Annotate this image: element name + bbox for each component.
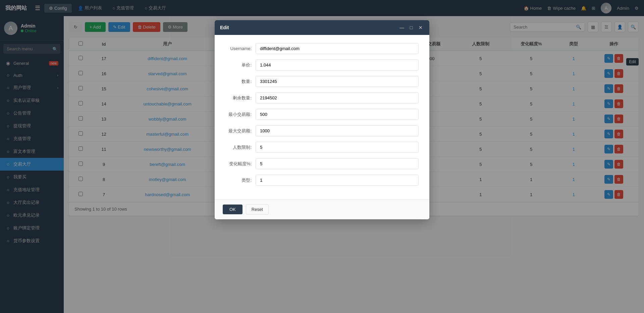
change-rate-field[interactable] — [256, 158, 419, 169]
remaining-field[interactable] — [256, 92, 419, 103]
modal-close-button[interactable]: ✕ — [417, 24, 424, 31]
min-tx-label: 最小交易额: — [225, 111, 256, 118]
layout: A Admin Online 🔍 ◉ General new ○ Auth — [0, 16, 644, 313]
remaining-label: 剩余数量: — [225, 95, 256, 101]
modal-maximize-button[interactable]: □ — [408, 24, 415, 31]
form-group-change-rate: 变化幅度%: — [225, 158, 419, 169]
modal-title: Edit — [220, 25, 229, 30]
type-field[interactable] — [256, 175, 419, 186]
price-label: 单价: — [225, 62, 256, 68]
modal-body: Username: 单价: 数量: 剩余数量: — [215, 35, 429, 199]
modal-header-actions: — □ ✕ — [398, 24, 424, 31]
form-group-max-tx: 最大交易额: — [225, 125, 419, 136]
modal-overlay[interactable]: Edit — □ ✕ Username: 单价: — [64, 16, 644, 313]
modal-header: Edit — □ ✕ — [215, 20, 429, 35]
min-tx-field[interactable] — [256, 109, 419, 120]
max-tx-label: 最大交易额: — [225, 128, 256, 134]
form-group-person-limit: 人数限制: — [225, 142, 419, 153]
form-group-type: 类型: — [225, 175, 419, 186]
edit-modal: Edit — □ ✕ Username: 单价: — [215, 20, 429, 219]
type-label: 类型: — [225, 177, 256, 183]
person-limit-field[interactable] — [256, 142, 419, 153]
username-label: Username: — [225, 46, 256, 51]
form-group-qty: 数量: — [225, 76, 419, 87]
ok-button[interactable]: OK — [223, 205, 243, 214]
form-group-remaining: 剩余数量: — [225, 92, 419, 103]
username-field[interactable] — [256, 43, 419, 54]
qty-field[interactable] — [256, 76, 419, 87]
form-group-min-tx: 最小交易额: — [225, 109, 419, 120]
qty-label: 数量: — [225, 79, 256, 85]
main-content: ↻ + Add ✎ Edit 🗑 Delete ⚙ More 🔍 ▦ ☰ 👤 🔍… — [64, 16, 644, 313]
max-tx-field[interactable] — [256, 125, 419, 136]
price-field[interactable] — [256, 59, 419, 71]
modal-minimize-button[interactable]: — — [398, 24, 405, 31]
reset-button[interactable]: Reset — [246, 204, 269, 215]
modal-footer: OK Reset — [215, 199, 429, 219]
change-rate-label: 变化幅度%: — [225, 161, 256, 167]
person-limit-label: 人数限制: — [225, 144, 256, 150]
form-group-username: Username: — [225, 43, 419, 54]
form-group-price: 单价: — [225, 59, 419, 71]
